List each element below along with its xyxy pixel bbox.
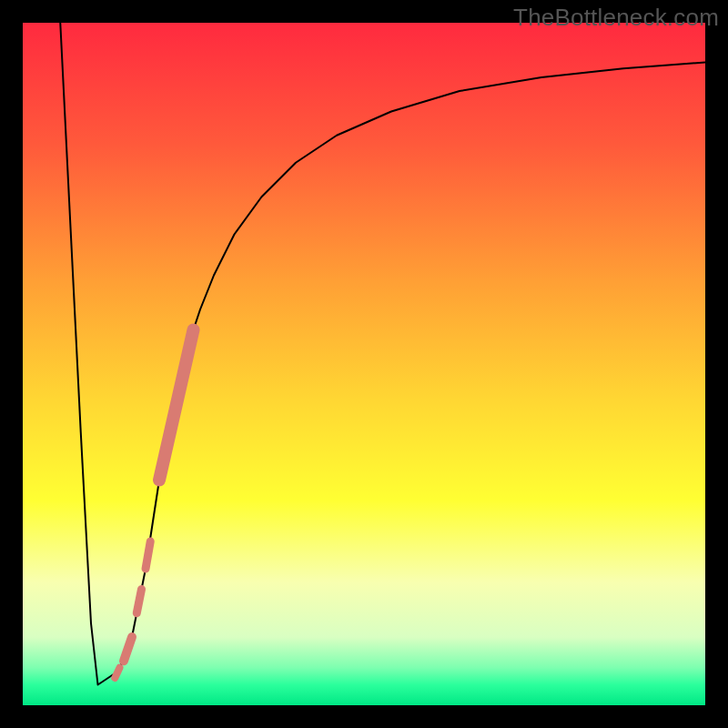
chart-container: TheBottleneck.com	[0, 0, 728, 728]
chart-gradient-background	[23, 23, 705, 705]
watermark-text: TheBottleneck.com	[513, 4, 719, 32]
highlight-segment	[136, 590, 141, 613]
highlight-segment	[146, 541, 150, 569]
highlight-segment	[115, 668, 119, 678]
bottleneck-chart	[0, 0, 728, 728]
